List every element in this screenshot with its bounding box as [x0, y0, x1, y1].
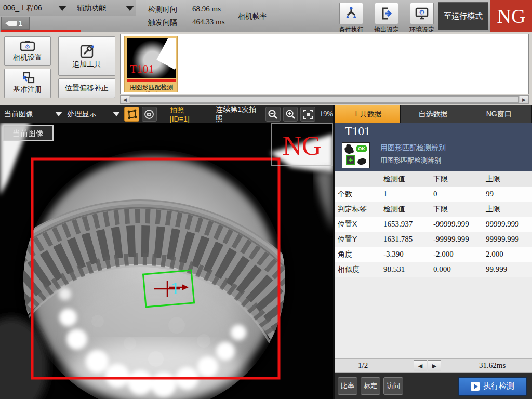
ng-status-badge: NG	[490, 0, 532, 32]
viewer-toolbar: 当前图像 处理显示 拍照[ID=1] 连续第1次拍照	[0, 105, 333, 123]
ng-overlay-label: NG	[282, 131, 321, 161]
condition-execute-button[interactable]	[339, 3, 363, 24]
camera-setup-label: 相机设置	[13, 53, 42, 62]
access-button[interactable]: 访问	[383, 377, 403, 395]
output-settings-icon	[379, 6, 394, 21]
row-value: 1	[380, 187, 430, 202]
table-row: 相似度 98.531 0.000 99.999	[335, 262, 532, 277]
row-value: 1653.937	[380, 217, 430, 232]
add-tool-label: 追加工具	[72, 60, 101, 69]
camera-tab-label: 1	[19, 19, 23, 28]
tool-thumbnail-image: T101	[127, 38, 176, 78]
aux-menu[interactable]: 辅助功能	[77, 3, 134, 14]
row-lower: -99999.999	[430, 232, 483, 247]
camera-setup-button[interactable]: ⚙ 相机设置	[4, 36, 51, 66]
execute-inspection-button[interactable]: 执行检测	[458, 377, 527, 396]
tool-id: T101	[345, 125, 370, 138]
chevron-down-icon	[55, 112, 62, 116]
magnifier-plus-icon	[285, 109, 296, 119]
zoom-percent-value: 19%	[320, 110, 333, 118]
zoom-in-button[interactable]	[283, 107, 298, 122]
scrollbar-thumb[interactable]	[130, 96, 519, 103]
page-indicator: 1/2	[358, 361, 368, 370]
result-pager: 1/2 ◀ ▶ 31.62ms	[335, 358, 532, 373]
next-page-button[interactable]: ▶	[428, 360, 441, 371]
row-label: 判定标签	[335, 202, 380, 217]
execute-inspection-label: 执行检测	[483, 381, 514, 391]
tab-custom-data[interactable]: 自选数据	[401, 105, 467, 123]
image-source-dropdown[interactable]: 当前图像	[0, 110, 62, 119]
panel-bottom-bar: 比率 标定 访问 执行检测	[335, 373, 532, 399]
table-row: 位置Y 1631.785 -99999.999 99999.999	[335, 232, 532, 247]
capture-status-label: 连续第1次拍照	[216, 105, 263, 124]
polygon-region-icon	[127, 109, 137, 119]
top-bar: 006_工程06 辅助功能 1 检测时间 68.96 ms 触发间隔 464.3…	[0, 0, 532, 32]
row-upper: 99.999	[483, 262, 532, 277]
match-index-label: 1	[171, 278, 180, 298]
offset-correct-button[interactable]: 位置偏移补正	[58, 78, 115, 98]
header-lower: 下限	[430, 171, 483, 187]
tab-ng-window[interactable]: NG窗口	[466, 105, 532, 123]
row-lower: 0.000	[430, 262, 483, 277]
camera-image-viewer[interactable]: 1 NG 当前图像	[0, 123, 333, 399]
inspect-time-label: 检测时间	[148, 5, 177, 15]
base-register-button[interactable]: 基准注册	[4, 69, 51, 98]
measurement-table: 检测值 下限 上限 个数 1 0 99 判定标签 检测值 下限 上限 位置X 1…	[335, 171, 532, 277]
display-mode-dropdown[interactable]: 处理显示	[62, 110, 121, 119]
svg-text:⚙: ⚙	[419, 8, 425, 16]
scroll-left-arrow-icon[interactable]: ◀	[121, 96, 129, 103]
environment-settings-button[interactable]: ⚙	[410, 3, 434, 24]
row-upper: 99999.999	[483, 217, 532, 232]
run-mode-button[interactable]: 至运行模式	[438, 2, 488, 30]
svg-text:⚙: ⚙	[25, 43, 31, 50]
fit-screen-button[interactable]	[300, 107, 315, 122]
region-display-button[interactable]	[124, 107, 139, 122]
row-value: 98.531	[380, 262, 430, 277]
tool-name: 用图形匹配检测辨别	[380, 143, 446, 153]
divider	[55, 34, 55, 102]
camera-scene: 1 NG 当前图像	[0, 123, 333, 399]
offset-correct-label: 位置偏移补正	[65, 84, 109, 93]
row-upper: 99999.999	[483, 232, 532, 247]
tool-header: T101 OK + 用图形匹配检测辨别 用图形匹配检测辨别	[335, 123, 532, 171]
project-selector[interactable]: 006_工程06	[3, 3, 66, 14]
scroll-right-arrow-icon[interactable]: ▶	[520, 96, 528, 103]
camera-tab-1[interactable]: 1	[1, 17, 30, 30]
calibration-button[interactable]: 标定	[361, 377, 380, 395]
ratio-button[interactable]: 比率	[338, 377, 357, 395]
right-panel-tabs: 工具数据 自选数据 NG窗口	[335, 105, 532, 123]
fit-screen-icon	[303, 109, 313, 119]
row-upper: 99	[483, 187, 532, 202]
thumbnail-scrollbar[interactable]: ◀ ▶	[120, 95, 529, 104]
table-subheader-row: 判定标签 检测值 下限 上限	[335, 202, 532, 217]
row-value: 1631.785	[380, 232, 430, 247]
live-camera-button[interactable]	[142, 107, 157, 122]
row-label: 个数	[335, 187, 380, 202]
pattern-match-tool-icon: OK +	[342, 142, 370, 168]
zoom-out-button[interactable]	[265, 107, 281, 122]
tool-strip: ⚙ 相机设置 基准注册 追加工具 位置偏移补正 T101 用图形匹	[0, 32, 532, 105]
row-label: 相似度	[335, 262, 380, 277]
row-lower: -2.000	[430, 247, 483, 262]
base-register-label: 基准注册	[13, 85, 42, 95]
tool-description: 用图形匹配检测辨别	[380, 156, 441, 165]
wrench-plus-icon	[79, 44, 95, 58]
header-empty	[335, 171, 380, 187]
row-label: 位置Y	[335, 232, 380, 247]
environment-settings-group: ⚙ 环境设定	[406, 3, 438, 34]
row-lower: 下限	[430, 202, 483, 217]
capture-id-label: 拍照[ID=1]	[170, 105, 204, 123]
ng-result-bar	[127, 79, 176, 82]
tab-tool-data[interactable]: 工具数据	[335, 105, 401, 123]
chevron-down-icon	[58, 6, 66, 11]
image-source-label: 当前图像	[4, 110, 55, 119]
add-tool-button[interactable]: 追加工具	[58, 36, 115, 76]
row-value-ng: -3.390	[380, 247, 430, 262]
play-icon	[471, 382, 480, 391]
tool-data-panel: T101 OK + 用图形匹配检测辨别 用图形匹配检测辨别 检测值 下限 上限 …	[335, 123, 532, 399]
viewer-image-label: 当前图像	[3, 126, 53, 140]
tool-thumbnail-t101[interactable]: T101 用图形匹配检测 辨别	[124, 36, 178, 92]
prev-page-button[interactable]: ◀	[414, 360, 427, 371]
tool-thumbnail-caption2: 辨别	[125, 90, 178, 92]
output-settings-button[interactable]	[375, 3, 398, 24]
